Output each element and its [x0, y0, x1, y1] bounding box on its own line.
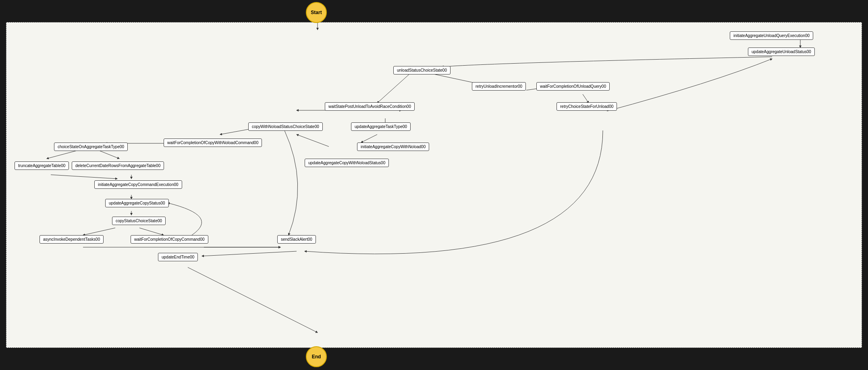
start-node: Start: [306, 2, 327, 23]
node-updateAggregateCopyWithNoloadStatus: updateAggregateCopyWithNoloadStatus00: [305, 159, 389, 167]
svg-line-14: [99, 151, 119, 159]
node-copyStatusChoiceState: copyStatusChoiceState00: [112, 217, 166, 225]
node-waitForCompletionOfCopyCommand: waitForCompletionOfCopyCommand00: [131, 235, 208, 244]
node-copyWithNoloadStatusChoiceState: copyWithNoloadStatusChoiceState00: [248, 122, 323, 131]
node-truncateAggregateTable: truncateAggregateTable00: [15, 161, 69, 170]
svg-line-2: [377, 74, 409, 103]
svg-line-9: [361, 134, 377, 143]
node-updateEndTime: updateEndTime00: [158, 253, 198, 261]
svg-line-19: [83, 228, 115, 235]
node-retryChoiceStateForUnload: retryChoiceStateForUnload00: [557, 102, 617, 111]
node-initiateAggregateUnloadQueryExecution: initiateAggregateUnloadQueryExecution00: [730, 31, 813, 40]
svg-line-23: [202, 251, 297, 256]
svg-line-10: [297, 134, 329, 147]
node-initiateAggregateCopyWithNoload: initiateAggregateCopyWithNoload00: [357, 143, 429, 151]
svg-line-13: [47, 151, 77, 159]
svg-line-5: [583, 94, 589, 103]
node-choiceStateOnAggregateTaskType: choiceStateOnAggregateTaskType00: [54, 143, 128, 151]
node-asyncInvokeDependentTasks: asyncInvokeDependentTasks00: [39, 235, 104, 244]
node-updateAggregateTaskType: updateAggregateTaskType00: [351, 122, 411, 131]
end-node: End: [306, 346, 327, 367]
node-deleteCurrentDateRowsFromAggregateTable: deleteCurrentDateRowsFromAggregateTable0…: [72, 161, 164, 170]
node-unloadStatusChoiceState: unloadStatusChoiceState00: [393, 66, 451, 74]
node-waitForCompletionOfCopyWithNoloadCommand: waitForCompletionOfCopyWithNoloadCommand…: [164, 138, 262, 147]
diagram-area: initiateAggregateUnloadQueryExecution00 …: [6, 22, 862, 348]
svg-line-24: [188, 267, 318, 333]
node-updateAggregateCopyStatus: updateAggregateCopyStatus00: [105, 199, 169, 207]
svg-line-20: [139, 228, 164, 235]
node-initiateAggregateCopyCommandExecution: initiateAggregateCopyCommandExecution00: [94, 180, 182, 189]
node-sendSlackAlert: sendSlackAlert00: [277, 235, 316, 244]
node-updateAggregateUnloadStatus: updateAggregateUnloadStatus00: [748, 48, 815, 56]
node-waitForCompletionOfUnloadQuery: waitForCompletionOfUnloadQuery00: [536, 82, 610, 91]
node-waitStatePostUnloadToAvoidRaceCondition: waitStatePostUnloadToAvoidRaceCondition0…: [325, 102, 415, 111]
svg-line-15: [51, 175, 117, 179]
node-retryUnloadIncrementor: retryUnloadIncrementor00: [472, 82, 526, 91]
main-container: Start: [0, 0, 868, 370]
